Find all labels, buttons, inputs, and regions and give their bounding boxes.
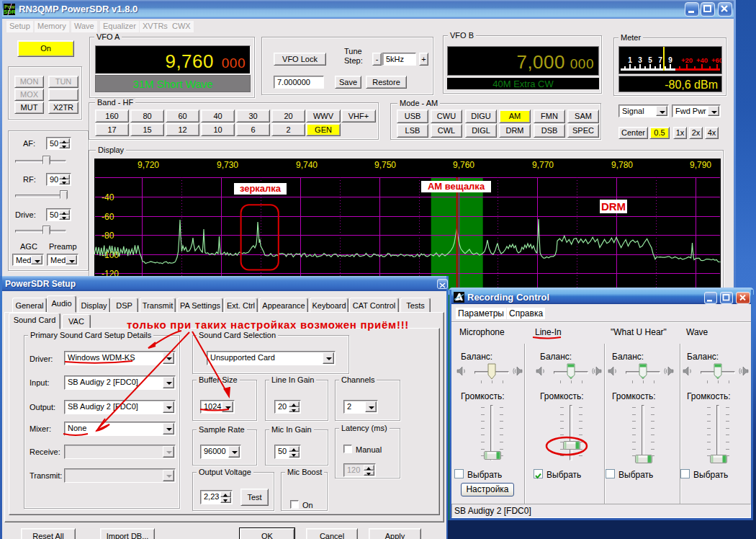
svg-text:+60: +60 [711, 56, 721, 64]
svg-text:-60: -60 [102, 212, 114, 222]
svg-text:+40: +40 [696, 56, 708, 64]
svg-text:9: 9 [668, 56, 672, 64]
svg-text:5: 5 [648, 56, 652, 64]
svg-text:7: 7 [658, 56, 662, 64]
svg-text:9,790: 9,790 [690, 160, 711, 170]
svg-text:+20: +20 [681, 56, 693, 64]
svg-text:9,730: 9,730 [217, 160, 238, 170]
svg-text:9,740: 9,740 [296, 160, 318, 170]
svg-text:9,750: 9,750 [374, 160, 396, 170]
svg-text:9,780: 9,780 [611, 160, 633, 170]
svg-text:9,770: 9,770 [532, 160, 554, 170]
svg-text:1: 1 [628, 56, 632, 64]
svg-text:9,720: 9,720 [138, 160, 159, 170]
svg-text:-40: -40 [102, 192, 114, 202]
svg-text:3: 3 [638, 56, 642, 64]
svg-text:9,760: 9,760 [453, 160, 474, 170]
svg-text:-80: -80 [102, 231, 114, 241]
